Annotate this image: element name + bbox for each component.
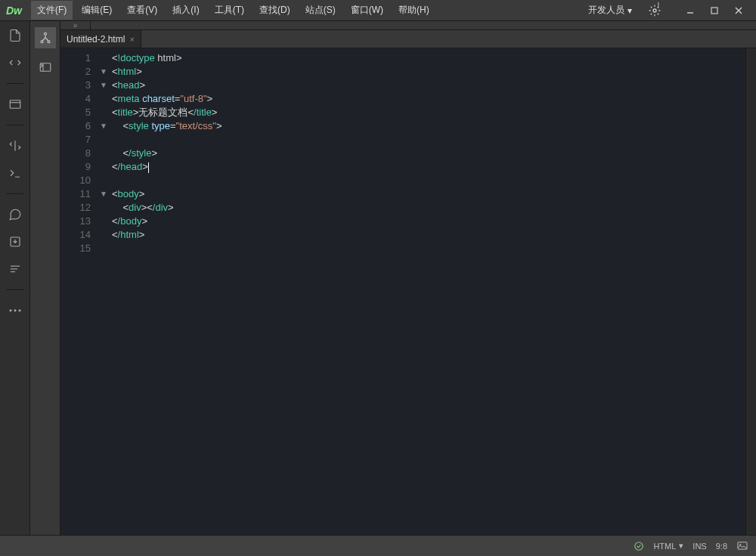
menu-site[interactable]: 站点(S) (299, 1, 342, 20)
insert-mode-label: INS (692, 542, 706, 551)
manage-sites-icon[interactable] (7, 54, 23, 71)
fold-gutter[interactable]: ▼▼▼▼ (98, 48, 109, 535)
svg-point-20 (740, 544, 741, 545)
svg-rect-2 (711, 8, 717, 14)
svg-rect-5 (10, 100, 20, 109)
cursor-position: 9:8 (716, 542, 727, 551)
language-mode[interactable]: HTML ▾ (653, 541, 683, 551)
app-logo: Dw (6, 5, 22, 17)
side-panel-rail (30, 21, 60, 535)
download-icon[interactable] (7, 233, 23, 250)
comment-icon[interactable] (7, 206, 23, 223)
status-bar: HTML ▾ INS 9:8 (0, 535, 756, 556)
close-tab-icon[interactable]: × (129, 35, 134, 44)
svg-point-0 (653, 9, 656, 12)
tab-placeholder: » (60, 21, 91, 29)
more-icon[interactable] (7, 302, 23, 319)
menu-right: 开发人员 ▾ ! (581, 2, 750, 19)
workspace-label: 开发人员 (588, 4, 624, 17)
format-icon[interactable] (7, 261, 23, 277)
preview-icon[interactable] (736, 540, 748, 552)
editor-column: » Untitled-2.html × 12345678910111213141… (60, 21, 756, 535)
svg-point-12 (14, 310, 16, 312)
menu-tools[interactable]: 工具(T) (209, 1, 250, 20)
svg-point-13 (18, 310, 20, 312)
insert-mode[interactable]: INS (692, 542, 706, 551)
file-tab-label: Untitled-2.html (67, 34, 125, 45)
code-body[interactable]: <!doctype html><html><head><meta charset… (109, 48, 745, 535)
menu-window[interactable]: 窗口(W) (345, 1, 389, 20)
new-file-icon[interactable] (7, 27, 23, 44)
main-area: » Untitled-2.html × 12345678910111213141… (0, 21, 756, 535)
close-button[interactable] (727, 3, 750, 18)
menu-view[interactable]: 查看(V) (121, 1, 163, 20)
dom-tree-icon[interactable] (35, 27, 56, 48)
document-tab-row: » (60, 21, 756, 30)
line-number-gutter: 123456789101112131415 (60, 48, 98, 535)
svg-point-11 (9, 310, 11, 312)
code-view-icon[interactable] (7, 96, 23, 113)
menu-file[interactable]: 文件(F) (31, 1, 73, 20)
svg-point-15 (41, 41, 43, 43)
chevron-down-icon: ▾ (679, 541, 683, 551)
svg-point-16 (48, 41, 50, 43)
cursor-position-label: 9:8 (716, 542, 727, 551)
svg-point-18 (635, 542, 643, 550)
svg-rect-19 (738, 542, 747, 548)
code-editor[interactable]: 123456789101112131415 ▼▼▼▼ <!doctype htm… (60, 48, 756, 535)
vertical-scrollbar[interactable] (745, 48, 756, 535)
file-tab[interactable]: Untitled-2.html × (60, 30, 141, 48)
sync-settings-icon[interactable]: ! (647, 2, 664, 19)
tab-bar: Untitled-2.html × (60, 30, 756, 48)
split-icon[interactable] (7, 137, 23, 154)
chevron-down-icon: ▾ (627, 5, 632, 16)
menu-edit[interactable]: 编辑(E) (76, 1, 118, 20)
menu-insert[interactable]: 插入(I) (166, 1, 205, 20)
workspace-dropdown[interactable]: 开发人员 ▾ (581, 2, 640, 18)
svg-point-14 (44, 32, 46, 35)
assets-icon[interactable] (37, 59, 54, 76)
menu-help[interactable]: 帮助(H) (392, 1, 435, 20)
error-indicator[interactable] (634, 541, 644, 551)
language-mode-label: HTML (653, 542, 676, 551)
menu-items: 文件(F) 编辑(E) 查看(V) 插入(I) 工具(T) 查找(D) 站点(S… (31, 1, 581, 20)
live-view-icon[interactable] (7, 165, 23, 181)
window-controls (679, 3, 750, 18)
left-toolbar (0, 21, 30, 535)
maximize-button[interactable] (703, 3, 726, 18)
minimize-button[interactable] (679, 3, 702, 18)
menubar: Dw 文件(F) 编辑(E) 查看(V) 插入(I) 工具(T) 查找(D) 站… (0, 0, 756, 21)
menu-find[interactable]: 查找(D) (253, 1, 296, 20)
